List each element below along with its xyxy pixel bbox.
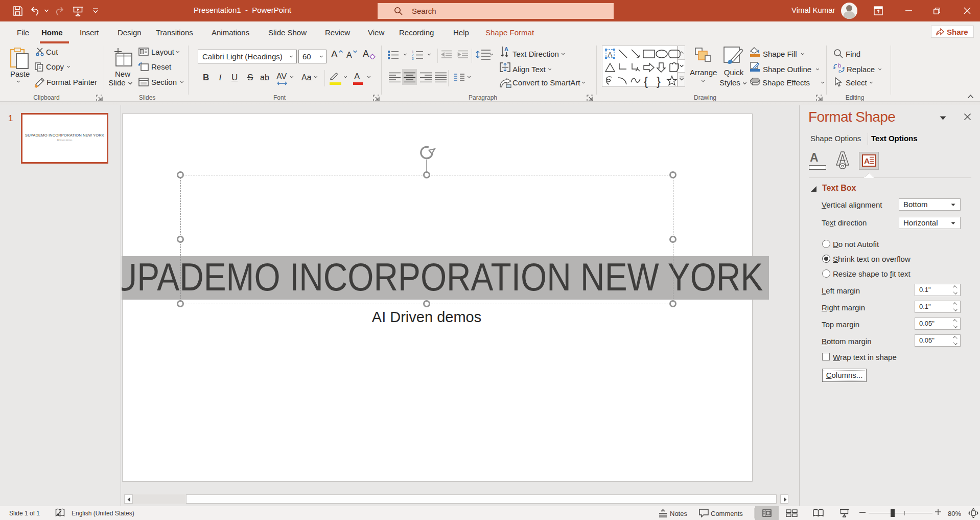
svg-text:A: A bbox=[608, 51, 613, 58]
svg-text:A: A bbox=[504, 46, 508, 52]
svg-text:A: A bbox=[864, 156, 870, 165]
svg-text:c: c bbox=[838, 68, 842, 74]
svg-text:3: 3 bbox=[412, 57, 414, 60]
